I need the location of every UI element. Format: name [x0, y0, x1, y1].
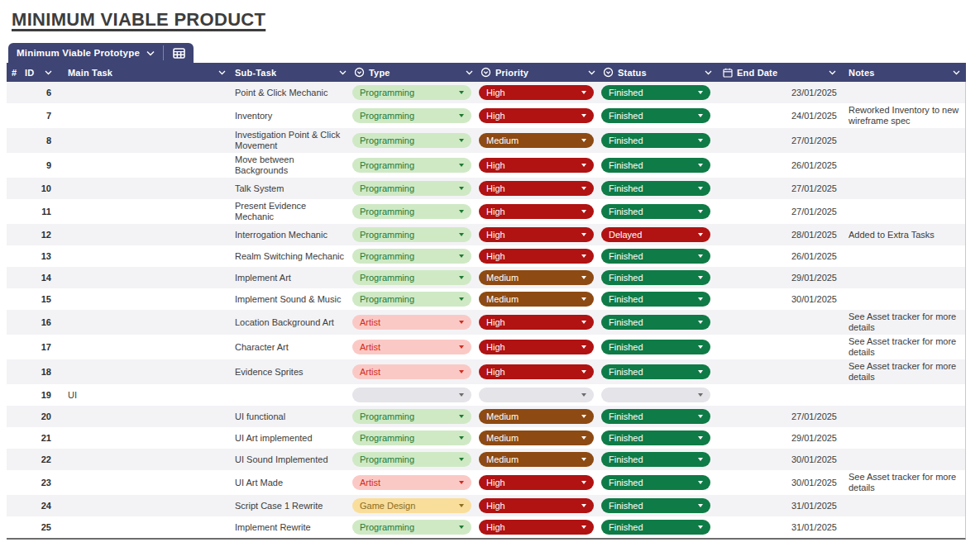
sub-task-cell[interactable]: Interrogation Mechanic [232, 228, 352, 242]
sub-task-cell[interactable]: Point & Click Mechanic [232, 86, 352, 100]
status-select-pill[interactable] [601, 388, 710, 402]
spreadsheet-view-button[interactable] [164, 43, 194, 63]
type-select-pill[interactable]: Programming [352, 85, 471, 100]
chevron-down-icon[interactable] [339, 70, 347, 75]
main-task-cell[interactable] [58, 297, 232, 301]
status-select-pill[interactable]: Finished [601, 475, 710, 490]
priority-select-pill[interactable]: Medium [479, 452, 594, 467]
priority-select-pill[interactable]: High [479, 520, 594, 535]
notes-cell[interactable] [842, 526, 966, 529]
type-select-pill[interactable]: Programming [352, 133, 471, 148]
status-select-pill[interactable]: Delayed [601, 227, 710, 242]
priority-select-pill[interactable]: High [479, 108, 594, 123]
status-select-pill[interactable]: Finished [601, 452, 710, 467]
status-select-pill[interactable]: Finished [601, 430, 710, 445]
notes-cell[interactable] [842, 254, 966, 258]
chevron-down-icon[interactable] [146, 50, 155, 56]
notes-cell[interactable] [842, 415, 966, 418]
row-id-cell[interactable]: 20 [22, 410, 58, 424]
main-task-cell[interactable] [58, 436, 232, 440]
end-date-cell[interactable]: 26/01/2025 [718, 250, 842, 264]
type-select-pill[interactable]: Programming [352, 520, 471, 535]
row-id-cell[interactable]: 15 [22, 293, 58, 307]
notes-cell[interactable] [842, 436, 966, 440]
chevron-down-icon[interactable] [953, 70, 960, 75]
main-task-cell[interactable] [58, 504, 232, 507]
row-id-cell[interactable]: 7 [22, 109, 58, 123]
priority-select-pill[interactable]: High [479, 227, 594, 242]
notes-cell[interactable] [842, 139, 966, 142]
status-select-pill[interactable]: Finished [601, 133, 710, 148]
type-select-pill[interactable]: Programming [352, 409, 471, 424]
end-date-cell[interactable]: 23/01/2025 [718, 86, 842, 100]
sub-task-cell[interactable]: Implement Art [232, 271, 352, 285]
end-date-cell[interactable]: 29/01/2025 [718, 431, 842, 445]
row-id-cell[interactable]: 18 [22, 365, 58, 379]
type-select-pill[interactable]: Game Design [352, 498, 471, 513]
end-date-cell[interactable]: 27/01/2025 [718, 410, 842, 424]
notes-cell[interactable] [842, 210, 966, 213]
row-id-cell[interactable]: 8 [22, 134, 58, 148]
header-end-date-column[interactable]: End Date [718, 63, 842, 82]
end-date-cell[interactable]: 30/01/2025 [718, 453, 842, 467]
sub-task-cell[interactable]: Investigation Point & Click Movement [232, 128, 352, 153]
chevron-down-icon[interactable] [588, 70, 595, 75]
status-select-pill[interactable]: Finished [601, 315, 710, 330]
sub-task-cell[interactable]: Implement Sound & Music [232, 293, 352, 307]
chevron-down-icon[interactable] [829, 70, 836, 75]
end-date-cell[interactable]: 31/01/2025 [718, 499, 842, 513]
main-task-cell[interactable] [58, 91, 232, 94]
end-date-cell[interactable] [718, 393, 842, 397]
status-select-pill[interactable]: Finished [601, 520, 710, 535]
type-select-pill[interactable]: Artist [352, 475, 471, 490]
chevron-down-icon[interactable] [45, 70, 52, 75]
sub-task-cell[interactable]: Move between Backgrounds [232, 153, 352, 178]
end-date-cell[interactable]: 24/01/2025 [718, 109, 842, 123]
end-date-cell[interactable]: 30/01/2025 [718, 476, 842, 490]
end-date-cell[interactable]: 26/01/2025 [718, 159, 842, 173]
notes-cell[interactable]: See Asset tracker for more details [842, 359, 966, 384]
sub-task-cell[interactable]: Character Art [232, 340, 352, 354]
notes-cell[interactable] [842, 276, 966, 279]
row-id-cell[interactable]: 17 [22, 340, 58, 354]
row-id-cell[interactable]: 12 [22, 228, 58, 242]
row-id-cell[interactable]: 21 [22, 431, 58, 445]
type-select-pill[interactable]: Programming [352, 181, 471, 196]
row-id-cell[interactable]: 19 [22, 388, 58, 402]
end-date-cell[interactable]: 28/01/2025 [718, 228, 842, 242]
sub-task-cell[interactable]: Inventory [232, 109, 352, 123]
row-id-cell[interactable]: 14 [22, 271, 58, 285]
main-task-cell[interactable] [58, 481, 232, 484]
type-select-pill[interactable]: Programming [352, 158, 471, 173]
notes-cell[interactable] [842, 91, 966, 94]
notes-cell[interactable] [842, 458, 966, 461]
row-id-cell[interactable]: 16 [22, 316, 58, 330]
chevron-down-icon[interactable] [218, 70, 226, 75]
priority-select-pill[interactable]: High [479, 364, 594, 379]
end-date-cell[interactable]: 27/01/2025 [718, 182, 842, 196]
row-id-cell[interactable]: 13 [22, 250, 58, 264]
status-select-pill[interactable]: Finished [601, 158, 710, 173]
chevron-down-icon[interactable] [466, 70, 473, 75]
status-select-pill[interactable]: Finished [601, 292, 710, 307]
main-task-cell[interactable] [58, 114, 232, 117]
status-select-pill[interactable]: Finished [601, 409, 710, 424]
sub-task-cell[interactable]: UI Sound Implemented [232, 453, 352, 467]
type-select-pill[interactable]: Programming [352, 227, 471, 242]
end-date-cell[interactable]: 31/01/2025 [718, 521, 842, 535]
type-select-pill[interactable]: Programming [352, 452, 471, 467]
priority-select-pill[interactable]: High [479, 340, 594, 354]
row-id-cell[interactable]: 9 [22, 159, 58, 173]
row-id-cell[interactable]: 24 [22, 499, 58, 513]
notes-cell[interactable] [842, 393, 966, 397]
type-select-pill[interactable]: Programming [352, 204, 471, 219]
notes-cell[interactable] [842, 297, 966, 301]
sub-task-cell[interactable]: UI Art Made [232, 476, 352, 490]
priority-select-pill[interactable]: High [479, 85, 594, 100]
type-select-pill[interactable]: Artist [352, 340, 471, 354]
status-select-pill[interactable]: Finished [601, 270, 710, 285]
status-select-pill[interactable]: Finished [601, 108, 710, 123]
priority-select-pill[interactable]: High [479, 315, 594, 330]
priority-select-pill[interactable]: High [479, 204, 594, 219]
sheet-tab[interactable]: Minimum Viable Prototype [8, 43, 194, 63]
